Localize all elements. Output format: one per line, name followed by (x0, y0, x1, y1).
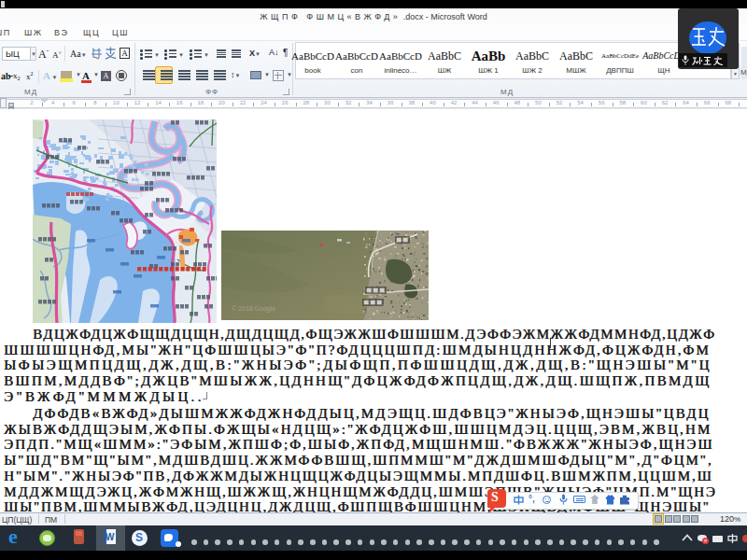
svg-text:© 2018 Google: © 2018 Google (232, 305, 275, 313)
